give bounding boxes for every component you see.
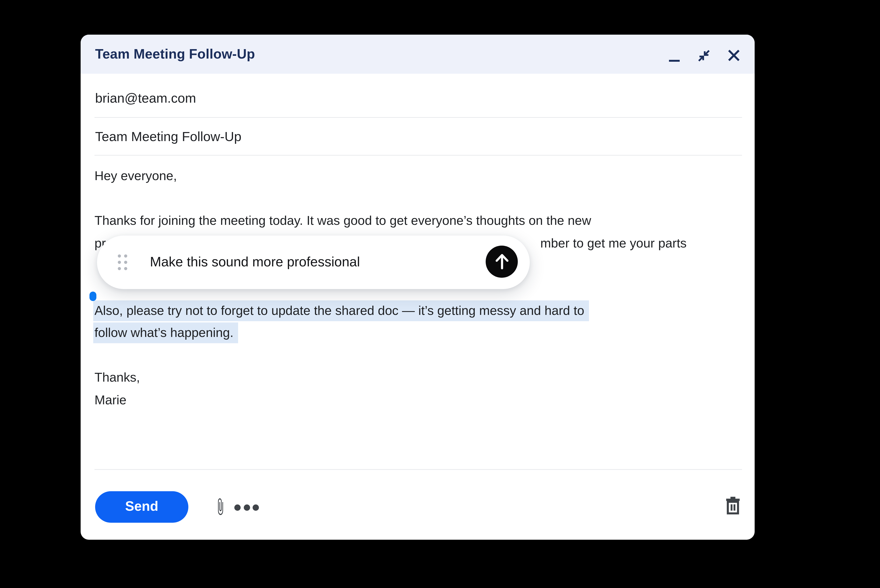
stage: Team Meeting Follow-Up brian@team.com Te… [0,0,880,588]
window-title: Team Meeting Follow-Up [95,46,255,62]
to-field[interactable]: brian@team.com [95,74,742,117]
ai-prompt-text[interactable]: Make this sound more professional [150,254,360,270]
paperclip-icon [215,498,226,516]
body-line: Also, please try not to forget to update… [95,300,686,322]
to-value: brian@team.com [95,90,196,106]
drag-handle-icon[interactable] [118,255,127,270]
body-line [95,344,686,367]
compose-window: Team Meeting Follow-Up brian@team.com Te… [81,35,755,540]
close-icon [727,49,740,62]
more-options-button[interactable] [234,504,259,511]
selected-text: follow what’s happening. [93,322,238,343]
send-button[interactable]: Send [95,491,188,523]
send-label: Send [125,499,158,515]
body-line: follow what’s happening. [95,322,686,344]
minimize-icon [669,60,680,62]
body-text: Thanks, [95,370,140,384]
divider [95,470,742,470]
collapse-icon [698,50,710,62]
body-text: Marie [95,393,126,406]
body-line: Thanks, [95,367,686,389]
body-line [95,188,686,210]
close-button[interactable] [726,48,741,63]
selected-text: Also, please try not to forget to update… [93,300,589,321]
body-line: Hey everyone, [95,165,686,188]
submit-prompt-button[interactable] [486,246,518,278]
subject-value: Team Meeting Follow-Up [95,129,242,144]
selection-handle[interactable] [89,292,96,301]
delete-draft-button[interactable] [726,496,740,515]
attach-file-button[interactable] [213,497,227,517]
minimize-button[interactable] [668,57,681,64]
body-text-fragment-right: mber to get me your parts [540,232,686,255]
grain-texture-top [78,16,757,36]
ai-prompt-bar[interactable]: Make this sound more professional [97,236,530,289]
body-line: Thanks for joining the meeting today. It… [95,210,686,232]
collapse-button[interactable] [697,49,710,63]
titlebar[interactable]: Team Meeting Follow-Up [81,35,755,74]
trash-icon [726,496,740,515]
body-text: Hey everyone, [95,169,177,183]
divider [95,155,742,156]
body-text: Thanks for joining the meeting today. It… [95,214,591,228]
body-line: Marie [95,389,686,411]
more-options-icon [234,504,240,511]
arrow-up-icon [490,250,514,273]
subject-field[interactable]: Team Meeting Follow-Up [95,118,742,155]
grain-texture-bottom [78,539,757,568]
